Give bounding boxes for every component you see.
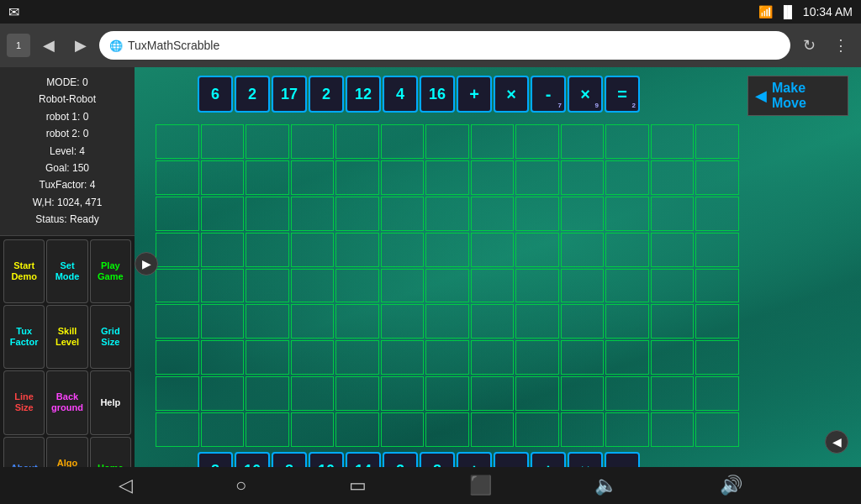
grid-cell[interactable]: [515, 160, 559, 195]
grid-cell[interactable]: [695, 160, 739, 195]
grid-cell[interactable]: [561, 304, 605, 339]
grid-cell[interactable]: [381, 340, 425, 375]
grid-cell[interactable]: [156, 376, 199, 411]
grid-cell[interactable]: [156, 233, 199, 267]
grid-cell[interactable]: [156, 160, 199, 195]
grid-cell[interactable]: [695, 269, 739, 303]
grid-cell[interactable]: [605, 412, 649, 447]
grid-cell[interactable]: [291, 376, 335, 411]
grid-cell[interactable]: [381, 269, 425, 303]
grid-cell[interactable]: [651, 269, 695, 303]
grid-cell[interactable]: [561, 233, 605, 267]
grid-cell[interactable]: [246, 233, 289, 267]
grid-cell[interactable]: [335, 160, 379, 195]
tile-4[interactable]: 12: [346, 76, 381, 113]
grid-cell[interactable]: [561, 340, 605, 375]
volume-down-button[interactable]: 🔈: [594, 475, 617, 496]
grid-cell[interactable]: [695, 412, 739, 447]
grid-cell[interactable]: [605, 160, 649, 195]
grid-cell[interactable]: [605, 197, 649, 231]
grid-cell[interactable]: [605, 340, 649, 375]
tile-10[interactable]: ×9: [568, 76, 603, 113]
grid-cell[interactable]: [246, 376, 289, 411]
grid-cell[interactable]: [515, 269, 559, 303]
grid-cell[interactable]: [425, 269, 469, 303]
grid-cell[interactable]: [515, 197, 559, 231]
grid-cell[interactable]: [156, 340, 199, 375]
grid-cell[interactable]: [515, 376, 559, 411]
grid-cell[interactable]: [471, 304, 515, 339]
grid-cell[interactable]: [201, 197, 245, 231]
tile-11[interactable]: =2: [605, 76, 640, 113]
make-move-button[interactable]: ◀ MakeMove: [747, 76, 848, 116]
grid-cell[interactable]: [695, 340, 739, 375]
grid-cell[interactable]: [291, 160, 335, 195]
grid-cell[interactable]: [515, 124, 559, 159]
tile-3[interactable]: 2: [309, 76, 344, 113]
grid-cell[interactable]: [695, 376, 739, 411]
grid-cell[interactable]: [561, 376, 605, 411]
grid-cell[interactable]: [381, 376, 425, 411]
grid-cell[interactable]: [156, 304, 199, 339]
grid-cell[interactable]: [381, 160, 425, 195]
grid-cell[interactable]: [695, 233, 739, 267]
grid-cell[interactable]: [561, 412, 605, 447]
grid-cell[interactable]: [695, 304, 739, 339]
tile-1[interactable]: 2: [235, 76, 270, 113]
grid-cell[interactable]: [651, 412, 695, 447]
grid-cell[interactable]: [425, 124, 469, 159]
grid-cell[interactable]: [651, 340, 695, 375]
nav-forward-button[interactable]: ▶: [67, 32, 94, 59]
tab-icon[interactable]: 1: [7, 34, 30, 57]
grid-cell[interactable]: [515, 340, 559, 375]
play-game-button[interactable]: PlayGame: [90, 239, 131, 303]
grid-cell[interactable]: [246, 124, 289, 159]
grid-cell[interactable]: [651, 304, 695, 339]
nav-back-button[interactable]: ◀: [35, 32, 62, 59]
start-demo-button[interactable]: StartDemo: [3, 239, 45, 303]
android-back-button[interactable]: ◁: [119, 475, 133, 496]
grid-cell[interactable]: [246, 197, 289, 231]
grid-cell[interactable]: [425, 376, 469, 411]
grid-cell[interactable]: [335, 124, 379, 159]
grid-cell[interactable]: [561, 269, 605, 303]
grid-cell[interactable]: [201, 376, 245, 411]
browser-menu-button[interactable]: ⋮: [827, 32, 854, 59]
grid-cell[interactable]: [651, 160, 695, 195]
grid-cell[interactable]: [471, 160, 515, 195]
grid-cell[interactable]: [335, 233, 379, 267]
grid-cell[interactable]: [201, 340, 245, 375]
grid-cell[interactable]: [471, 124, 515, 159]
screenshot-button[interactable]: ⬛: [469, 475, 492, 496]
grid-cell[interactable]: [605, 304, 649, 339]
grid-cell[interactable]: [291, 269, 335, 303]
set-mode-button[interactable]: SetMode: [46, 239, 87, 303]
grid-cell[interactable]: [471, 340, 515, 375]
grid-cell[interactable]: [605, 124, 649, 159]
grid-cell[interactable]: [291, 197, 335, 231]
grid-size-button[interactable]: GridSize: [90, 305, 131, 369]
grid-cell[interactable]: [156, 412, 199, 447]
grid-cell[interactable]: [425, 197, 469, 231]
grid-cell[interactable]: [335, 412, 379, 447]
grid-cell[interactable]: [425, 160, 469, 195]
grid-cell[interactable]: [335, 304, 379, 339]
grid-cell[interactable]: [471, 233, 515, 267]
volume-up-button[interactable]: 🔊: [720, 475, 742, 496]
grid-cell[interactable]: [471, 376, 515, 411]
grid-cell[interactable]: [425, 412, 469, 447]
grid-cell[interactable]: [471, 412, 515, 447]
tile-6[interactable]: 16: [420, 76, 455, 113]
grid-cell[interactable]: [246, 160, 289, 195]
grid-cell[interactable]: [246, 304, 289, 339]
grid-cell[interactable]: [201, 304, 245, 339]
grid-cell[interactable]: [381, 124, 425, 159]
grid-cell[interactable]: [471, 197, 515, 231]
grid-cell[interactable]: [156, 197, 199, 231]
grid-cell[interactable]: [201, 269, 245, 303]
grid-cell[interactable]: [291, 412, 335, 447]
grid-cell[interactable]: [335, 376, 379, 411]
tile-5[interactable]: 4: [383, 76, 418, 113]
tile-8[interactable]: ×: [494, 76, 529, 113]
grid-cell[interactable]: [291, 233, 335, 267]
